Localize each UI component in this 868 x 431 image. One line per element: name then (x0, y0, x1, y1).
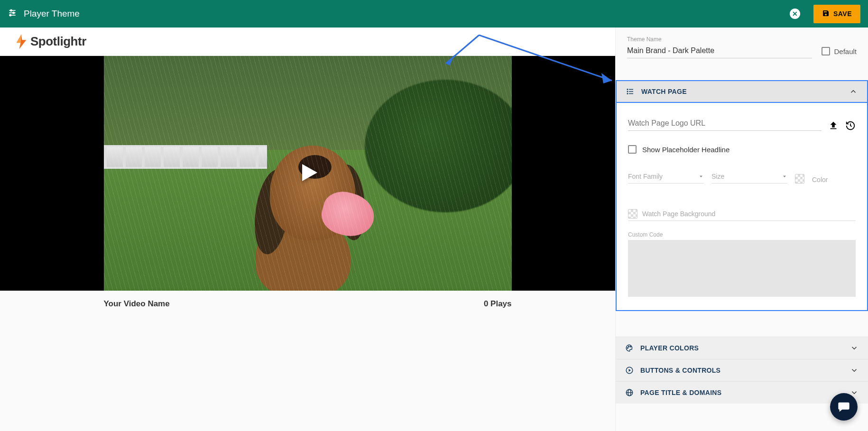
svg-point-16 (628, 346, 629, 347)
brand-logo: Spotlightr (14, 34, 86, 50)
list-icon (626, 87, 635, 96)
video-plays-label: 0 Plays (484, 299, 512, 309)
theme-name-input[interactable] (627, 44, 812, 58)
preview-pane: Spotlightr Your Video Name 0 Plays (0, 28, 615, 431)
settings-sidebar: Theme Name Default WATCH PAGE (615, 28, 868, 431)
font-size-select[interactable]: Size (711, 170, 787, 183)
font-color-swatch[interactable] (795, 174, 804, 183)
chat-widget-button[interactable] (830, 393, 858, 421)
svg-marker-6 (302, 164, 317, 181)
background-label: Watch Page Background (642, 210, 715, 218)
close-icon: ✕ (792, 10, 798, 18)
page-title: Player Theme (24, 9, 80, 19)
top-bar: Player Theme ✕ SAVE (0, 0, 868, 28)
panel-header-player-colors[interactable]: PLAYER COLORS (616, 337, 868, 359)
font-color-label: Color (812, 176, 828, 183)
video-player-area (0, 56, 615, 291)
svg-point-17 (630, 346, 631, 347)
chat-icon (837, 400, 850, 413)
chevron-up-icon (849, 87, 858, 96)
show-placeholder-headline-checkbox[interactable] (628, 145, 637, 154)
default-checkbox[interactable] (822, 47, 830, 55)
show-placeholder-headline-label: Show Placeholder Headline (642, 146, 729, 154)
paint-icon (625, 344, 634, 352)
panel-header-buttons-controls[interactable]: BUTTONS & CONTROLS (616, 359, 868, 381)
panel-watch-page: WATCH PAGE Show Pl (616, 80, 868, 311)
save-button[interactable]: SAVE (813, 5, 860, 23)
video-preview[interactable] (104, 56, 512, 291)
panel-buttons-controls: BUTTONS & CONTROLS (616, 359, 868, 381)
svg-point-10 (627, 89, 628, 90)
video-name-label: Your Video Name (104, 299, 170, 309)
panel-title-player-colors: PLAYER COLORS (640, 344, 843, 352)
history-icon[interactable] (845, 120, 856, 131)
chevron-down-icon (850, 344, 859, 352)
custom-code-label: Custom Code (628, 231, 856, 238)
save-disk-icon (822, 9, 830, 18)
font-family-select[interactable]: Font Family (628, 170, 704, 183)
panel-header-watch-page[interactable]: WATCH PAGE (616, 80, 868, 102)
svg-point-5 (9, 14, 11, 16)
font-size-label: Size (711, 173, 724, 180)
custom-code-textarea[interactable] (628, 240, 856, 297)
svg-point-3 (13, 12, 14, 13)
panel-player-colors: PLAYER COLORS (616, 337, 868, 359)
svg-point-1 (10, 9, 12, 11)
chevron-down-icon (698, 174, 704, 179)
panel-header-page-title-domains[interactable]: PAGE TITLE & DOMAINS (616, 382, 868, 403)
default-checkbox-label: Default (834, 47, 857, 55)
chevron-down-icon (782, 174, 787, 179)
svg-marker-19 (629, 369, 631, 372)
globe-icon (625, 388, 634, 397)
panel-title-page-title-domains: PAGE TITLE & DOMAINS (640, 389, 843, 396)
svg-marker-14 (783, 176, 786, 178)
theme-name-label: Theme Name (627, 36, 812, 43)
svg-marker-13 (700, 176, 702, 178)
panel-page-title-domains: PAGE TITLE & DOMAINS (616, 381, 868, 403)
play-icon[interactable] (294, 158, 322, 189)
logo-bar: Spotlightr (0, 28, 615, 56)
upload-icon[interactable] (828, 120, 839, 131)
font-family-label: Font Family (628, 173, 663, 180)
sliders-icon (8, 8, 17, 19)
svg-point-12 (627, 93, 628, 94)
close-button[interactable]: ✕ (790, 9, 800, 19)
video-meta-row: Your Video Name 0 Plays (104, 291, 512, 317)
play-circle-icon (625, 366, 634, 375)
chevron-down-icon (850, 366, 859, 375)
spotlightr-logo-icon (14, 34, 28, 50)
svg-point-11 (627, 91, 628, 92)
svg-point-15 (627, 348, 628, 348)
panel-title-buttons-controls: BUTTONS & CONTROLS (640, 367, 843, 374)
watch-page-logo-url-input[interactable] (628, 116, 822, 131)
background-color-swatch[interactable] (628, 209, 637, 219)
brand-logo-text: Spotlightr (30, 34, 86, 49)
save-button-label: SAVE (833, 10, 852, 18)
panel-title-watch-page: WATCH PAGE (641, 88, 842, 95)
